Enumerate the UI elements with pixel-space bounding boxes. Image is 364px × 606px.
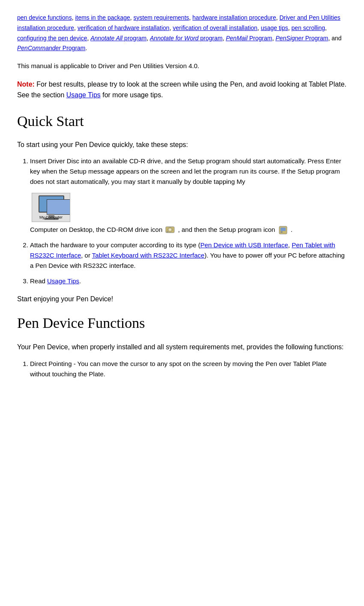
link-pen-device-functions[interactable]: pen device functions <box>17 14 72 21</box>
link-hardware-installation[interactable]: hardware installation procedure <box>192 14 276 21</box>
step-1-text-end: . <box>291 226 292 233</box>
quick-start-heading: Quick Start <box>17 110 347 132</box>
link-penmail[interactable]: PenMail Program <box>226 35 272 42</box>
my-computer-label: My Computer <box>32 214 70 220</box>
link-usage-tips[interactable]: usage tips <box>261 24 288 31</box>
note-suffix: for more usage tips. <box>102 91 163 99</box>
pen-device-functions-heading: Pen Device Functions <box>17 312 347 334</box>
link-system-requirements[interactable]: system requirements <box>134 14 189 21</box>
my-computer-image: My Computer <box>32 193 70 222</box>
function-1-text: Direct Pointing - You can move the curso… <box>30 360 327 378</box>
svg-rect-5 <box>280 228 286 231</box>
step-1: Insert Driver Disc into an available CD-… <box>30 156 347 235</box>
step-2: Attach the hardware to your computer acc… <box>30 240 347 271</box>
my-computer-image-row: My Computer <box>30 190 347 223</box>
link-pensigner[interactable]: PenSigner Program <box>275 35 328 42</box>
link-verification-hardware[interactable]: verification of hardware installation <box>78 24 170 31</box>
monitor-shape <box>39 195 64 213</box>
svg-rect-3 <box>167 231 168 232</box>
note-label: Note: <box>17 81 35 88</box>
manual-version-text: This manual is applicable to Driver and … <box>17 61 347 71</box>
cdrom-drive-icon <box>165 225 175 235</box>
link-annotate-word[interactable]: Annotate for Word program <box>150 35 223 42</box>
monitor-screen <box>47 199 70 215</box>
pen-device-intro: Your Pen Device, when properly installed… <box>17 342 347 353</box>
svg-rect-6 <box>280 231 283 233</box>
link-configuring-pen[interactable]: configuring the pen device <box>17 35 87 42</box>
note-block: Note: For best results, please try to lo… <box>17 79 347 101</box>
intro-links-paragraph: pen device functions, items in the packa… <box>17 13 347 54</box>
step-1-computer-text: Computer <box>30 226 58 233</box>
step-1-text-after: on Desktop, the CD-ROM drive icon <box>60 226 164 233</box>
function-1: Direct Pointing - You can move the curso… <box>30 359 347 379</box>
end-message: Start enjoying your Pen Device! <box>17 294 347 304</box>
step-1-text-before: Insert Driver Disc into an available CD-… <box>30 157 341 185</box>
quick-start-intro: To start using your Pen Device quickly, … <box>17 140 347 150</box>
setup-program-icon <box>278 225 288 235</box>
pen-device-functions-list: Direct Pointing - You can move the curso… <box>30 359 347 379</box>
link-tablet-keyboard-rs232c[interactable]: Tablet Keyboard with RS232C Interface <box>92 252 205 259</box>
link-pen-scrolling[interactable]: pen scrolling <box>291 24 325 31</box>
link-verification-overall[interactable]: verification of overall installation <box>173 24 257 31</box>
link-items-in-package[interactable]: items in the package <box>75 14 130 21</box>
step-2-comma1: , <box>288 241 292 249</box>
link-annotate-all[interactable]: Annotate All program <box>90 35 146 42</box>
link-pencommander[interactable]: PenCommander Program <box>17 45 86 51</box>
step-3-text-after: . <box>79 277 81 285</box>
step-3: Read Usage Tips. <box>30 276 347 286</box>
link-usage-tips-step3[interactable]: Usage Tips <box>47 277 79 285</box>
step-2-text-intro: Attach the hardware to your computer acc… <box>30 241 200 249</box>
svg-point-2 <box>169 229 171 231</box>
quick-start-steps: Insert Driver Disc into an available CD-… <box>30 156 347 286</box>
step-1-text-after2: , and then the Setup program icon <box>178 226 277 233</box>
step-3-text-before: Read <box>30 277 47 285</box>
link-pen-device-usb[interactable]: Pen Device with USB Interface <box>200 241 288 249</box>
link-usage-tips-note[interactable]: Usage Tips <box>66 91 101 99</box>
step-2-or: , or <box>81 252 92 259</box>
